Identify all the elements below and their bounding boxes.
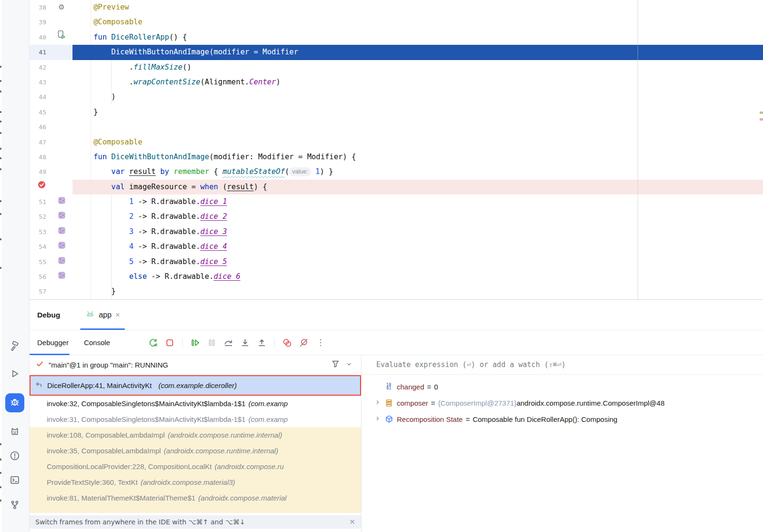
sidebar-item-terminal[interactable] — [5, 471, 24, 491]
gutter-icon-slot[interactable] — [51, 255, 72, 269]
code-text[interactable]: DiceWithButtonAndImage(modifier = Modifi… — [72, 45, 763, 60]
sidebar-item-problems[interactable] — [5, 447, 24, 466]
line-number[interactable]: 53 — [30, 225, 51, 239]
code-text[interactable]: fun DiceRollerApp() { — [72, 30, 763, 45]
line-number[interactable] — [30, 180, 51, 194]
stack-frame[interactable]: CompositionLocalProvider:228, Compositio… — [30, 459, 361, 474]
dice-icon[interactable] — [58, 255, 65, 269]
close-icon[interactable]: × — [115, 311, 120, 319]
line-number[interactable]: 43 — [30, 75, 51, 90]
run-preview-icon[interactable] — [57, 30, 66, 45]
stack-frame[interactable]: invoke:108, ComposableLambdaImpl(android… — [30, 427, 361, 443]
code-text[interactable]: @Composable — [72, 135, 763, 150]
line-number[interactable]: 40 — [30, 30, 51, 45]
line-number[interactable]: 54 — [30, 239, 51, 254]
line-number[interactable]: 44 — [30, 90, 51, 104]
more-icon[interactable]: ⋮ — [314, 337, 327, 349]
dice-icon[interactable] — [58, 194, 65, 209]
step-over-icon[interactable] — [222, 337, 235, 349]
view-breakpoints-icon[interactable] — [281, 337, 293, 349]
code-text[interactable]: 4 -> R.drawable.dice_4 — [72, 239, 763, 254]
code-text[interactable]: } — [72, 284, 763, 299]
sidebar-item-version-control[interactable] — [5, 496, 24, 515]
stack-frame[interactable]: invoke:35, ComposableLambdaImpl(androidx… — [30, 443, 361, 459]
stack-frame[interactable]: DiceRollerApp:41, MainActivityKt(com.exa… — [30, 375, 361, 396]
frame-package: (androidx.compose.runtime.internal) — [168, 431, 282, 439]
code-editor[interactable]: 38⚙@Preview39@Composable40fun DiceRoller… — [30, 0, 763, 299]
breakpoint-verified-icon[interactable] — [37, 180, 46, 194]
gutter-icon-slot[interactable] — [51, 225, 72, 239]
stack-frame[interactable]: invoke:81, MaterialThemeKt$MaterialTheme… — [30, 490, 361, 506]
code-text[interactable]: ) — [72, 90, 763, 104]
gutter-icon-slot[interactable] — [51, 209, 72, 224]
stack-frame[interactable]: invoke:31, ComposableSingletons$MainActi… — [30, 411, 361, 427]
mute-breakpoints-icon[interactable] — [298, 337, 310, 349]
gutter-icon-slot[interactable] — [51, 194, 72, 209]
code-lines[interactable]: 38⚙@Preview39@Composable40fun DiceRoller… — [30, 0, 763, 299]
dice-icon[interactable] — [58, 209, 65, 224]
stop-icon[interactable] — [164, 337, 176, 349]
session-tab-app[interactable]: app × — [79, 300, 126, 330]
dice-icon[interactable] — [58, 225, 65, 239]
step-into-icon[interactable] — [239, 337, 251, 349]
line-number[interactable]: 38 — [30, 0, 51, 15]
line-number[interactable]: 56 — [30, 269, 51, 284]
filter-icon[interactable] — [330, 359, 340, 370]
code-text[interactable]: val imageResource = when (result) { — [72, 180, 763, 194]
line-number[interactable]: 39 — [30, 15, 51, 30]
gutter-icon-slot[interactable] — [51, 30, 72, 45]
code-text[interactable]: else -> R.drawable.dice_6 — [72, 269, 763, 284]
line-number[interactable]: 42 — [30, 60, 51, 75]
stack-frame[interactable]: ProvideTextStyle:360, TextKt(androidx.co… — [30, 474, 361, 490]
line-number[interactable]: 48 — [30, 150, 51, 164]
code-text[interactable] — [72, 120, 763, 134]
dice-icon[interactable] — [58, 269, 65, 284]
code-text[interactable]: 3 -> R.drawable.dice_3 — [72, 225, 763, 239]
gutter-icon-slot[interactable]: ⚙ — [51, 0, 72, 15]
code-text[interactable]: var result by remember { mutableStateOf(… — [72, 164, 763, 179]
close-icon[interactable]: ✕ — [349, 518, 355, 526]
code-text[interactable]: 2 -> R.drawable.dice_2 — [72, 209, 763, 224]
code-text[interactable]: 1 -> R.drawable.dice_1 — [72, 194, 763, 209]
watch-row[interactable]: Recomposition State=Composable fun DiceR… — [361, 411, 763, 427]
tab-console[interactable]: Console — [76, 330, 118, 355]
code-text[interactable]: .wrapContentSize(Alignment.Center) — [72, 75, 763, 90]
gear-icon[interactable]: ⚙ — [58, 0, 64, 15]
dice-icon[interactable] — [58, 239, 65, 254]
chevron-right-icon[interactable] — [374, 415, 382, 424]
watch-row[interactable]: 1001changed=0 — [361, 379, 763, 395]
line-number[interactable]: 41 — [30, 45, 51, 60]
sidebar-item-debug[interactable] — [5, 393, 24, 412]
sidebar-item-build[interactable] — [5, 338, 24, 357]
line-number[interactable]: 45 — [30, 105, 51, 120]
code-text[interactable]: @Preview — [72, 0, 763, 15]
code-text[interactable]: fun DiceWithButtonAndImage(modifier: Mod… — [72, 150, 763, 164]
sidebar-item-logcat[interactable] — [5, 422, 24, 441]
gutter-icon-slot[interactable] — [51, 180, 72, 194]
line-number[interactable]: 49 — [30, 164, 51, 179]
pause-icon[interactable] — [206, 337, 218, 349]
line-number[interactable]: 51 — [30, 194, 51, 209]
resume-icon[interactable] — [189, 337, 201, 349]
rerun-debug-icon[interactable] — [147, 337, 159, 349]
code-text[interactable]: 5 -> R.drawable.dice_5 — [72, 255, 763, 269]
watch-row[interactable]: composer={ComposerImpl@27371} androidx.c… — [361, 395, 763, 411]
line-number[interactable]: 47 — [30, 135, 51, 150]
gutter-icon-slot[interactable] — [51, 269, 72, 284]
thread-selector[interactable]: "main"@1 in group "main": RUNNING — [30, 355, 361, 375]
line-number[interactable]: 52 — [30, 209, 51, 224]
step-out-icon[interactable] — [256, 337, 268, 349]
code-text[interactable]: } — [72, 105, 763, 120]
chevron-right-icon[interactable] — [374, 399, 382, 408]
line-number[interactable]: 46 — [30, 120, 51, 134]
chevron-down-icon[interactable] — [345, 360, 353, 370]
line-number[interactable]: 55 — [30, 255, 51, 269]
tab-debugger[interactable]: Debugger — [30, 330, 76, 355]
evaluate-expression-input[interactable]: Evaluate expression (⏎) or add a watch (… — [361, 355, 763, 375]
stack-frame[interactable]: invoke:32, ComposableSingletons$MainActi… — [30, 396, 361, 411]
gutter-icon-slot[interactable] — [51, 239, 72, 254]
code-text[interactable]: @Composable — [72, 15, 763, 30]
line-number[interactable]: 57 — [30, 284, 51, 299]
code-text[interactable]: .fillMaxSize() — [72, 60, 763, 75]
sidebar-item-run[interactable] — [5, 365, 24, 384]
